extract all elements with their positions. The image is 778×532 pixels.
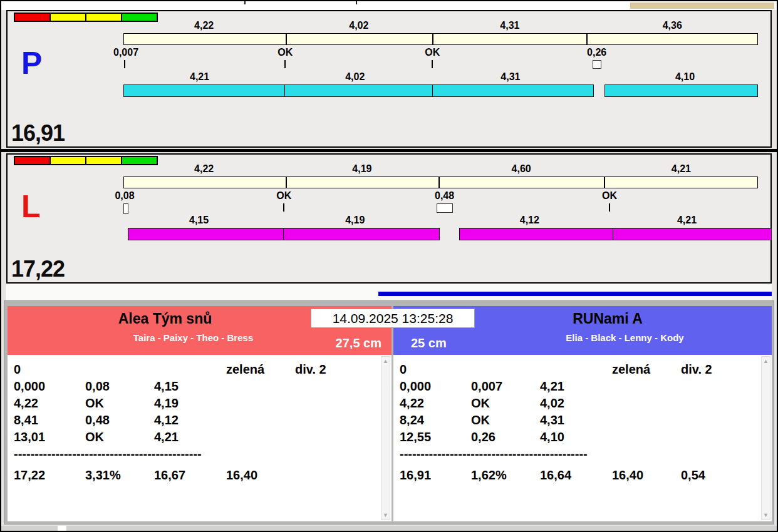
lane-total-time: 17,22 [11,256,65,282]
exchange-checkbox[interactable] [593,60,601,69]
exchange-label: 0,08 [115,190,134,202]
result-row: 8,24 OK 4,31 [393,412,772,429]
scroll-down-icon[interactable]: ▼ [762,512,770,518]
bar-divider [432,34,433,44]
result-cell [295,395,392,412]
exchange-checkbox[interactable] [123,203,128,214]
result-cell [295,412,392,429]
scrollbar[interactable]: ▲ ▼ [381,356,390,520]
split-time: 4,15 [189,215,209,226]
result-cell [154,361,226,378]
exchange-label: OK [277,47,293,58]
result-cell: 13,01 [14,429,85,446]
status-light-red [14,13,51,22]
exchange-checkbox[interactable] [437,203,453,213]
exchange-marks [123,203,758,215]
blue-progress-line [378,292,772,296]
scroll-up-icon[interactable]: ▲ [762,358,770,364]
exchange-tick [609,203,610,212]
result-cell [681,378,772,395]
result-cell: OK [85,429,154,446]
bar-divider [438,177,440,188]
result-cell: 4,22 [400,395,471,412]
result-cell: 12,55 [400,429,471,446]
run-bar-segment [284,84,433,97]
team-results-area[interactable]: 0 zelená div. 2 0,000 0,007 4,21 4,22 OK [393,355,772,521]
result-cell [471,361,540,378]
scroll-up-icon[interactable]: ▲ [381,358,390,364]
run-time-bar [123,84,758,97]
lane-left-panel: L 4,22 4,19 4,60 4,21 0,08 OK 0,48 OK [6,153,772,284]
result-cell [226,429,295,446]
result-cell: 4,15 [154,378,226,395]
datetime-display: 14.09.2025 13:25:28 [311,309,475,328]
result-cell: 0,26 [471,429,540,446]
split-time: 4,31 [501,71,520,83]
ideal-split-times: 4,22 4,02 4,31 4,36 [123,20,758,31]
result-cell: 0,000 [400,378,471,395]
summary-row: 16,91 1,62% 16,64 16,40 0,54 [393,467,772,484]
window-tab-mark [356,1,357,4]
result-row: 13,01 OK 4,21 [8,429,392,446]
split-time: 4,21 [677,215,697,226]
run-bar-segment [613,228,772,240]
result-cell [226,395,295,412]
summary-cell [295,467,392,484]
run-bar-segment [283,228,440,240]
result-cell: 4,21 [154,429,226,446]
result-cell [540,361,612,378]
team-panel-right: RUNami A Elia - Black - Lenny - Kody 25 … [393,306,772,521]
result-cell: 4,21 [540,378,612,395]
result-cell: OK [471,395,540,412]
result-cell: OK [85,395,154,412]
result-cell [612,412,681,429]
run-bar-segment [123,84,285,97]
run-bar-segment [128,228,284,240]
lane-bars: 4,22 4,19 4,60 4,21 0,08 OK 0,48 OK [123,155,758,282]
bar-divider [604,177,605,188]
result-cell [226,412,295,429]
bottom-status-strip [1,526,777,531]
exchange-tick [283,203,284,212]
result-row: 4,22 OK 4,02 [393,395,772,412]
exchange-label: OK [276,190,291,202]
exchange-tick [432,60,433,68]
result-cell: 0,08 [85,378,154,395]
summary-cell: 0,54 [681,467,772,484]
split-time: 4,22 [194,163,214,175]
split-time: 4,19 [345,215,365,226]
run-bar-segment [459,228,613,240]
result-cell [295,378,392,395]
result-cell: div. 2 [295,361,392,378]
split-time: 4,21 [672,163,691,175]
run-time-bar [123,228,758,240]
result-cell: 4,02 [540,395,612,412]
summary-cell: 16,40 [226,467,295,484]
scrollbar[interactable]: ▲ ▼ [761,356,770,520]
summary-row: 17,22 3,31% 16,67 16,40 [8,467,392,484]
result-cell [612,429,681,446]
result-row: 0,000 0,007 4,21 [393,378,772,395]
team-panel-left: Alea Tým snů Taira - Paixy - Theo - Bres… [8,306,392,521]
result-cell: zelená [226,361,295,378]
lane-letter: L [21,191,41,222]
result-cell: 4,10 [540,429,612,446]
summary-cell: 16,67 [154,467,226,484]
result-cell: 0 [14,361,85,378]
exchange-label: 0,26 [587,47,606,58]
result-row: 4,22 OK 4,19 [8,395,392,412]
result-cell: 4,22 [14,395,85,412]
result-cell [681,395,772,412]
bottom-notch [58,526,66,531]
separator-strip [6,284,772,300]
results-panel: 14.09.2025 13:25:28 Alea Tým snů Taira -… [4,300,774,524]
result-row: 0 zelená div. 2 [393,361,772,378]
exchange-tick [124,60,125,68]
timing-scoreboard-app: P 4,22 4,02 4,31 4,36 0,007 OK OK 0,26 [0,0,778,532]
scroll-down-icon[interactable]: ▼ [381,512,390,518]
separator-row: ----------------------------------------… [393,446,772,463]
result-cell [612,395,681,412]
result-cell: 0 [400,361,471,378]
team-results-area[interactable]: 0 zelená div. 2 0,000 0,08 4,15 4,22 OK [8,355,392,521]
summary-cell: 17,22 [14,467,85,484]
